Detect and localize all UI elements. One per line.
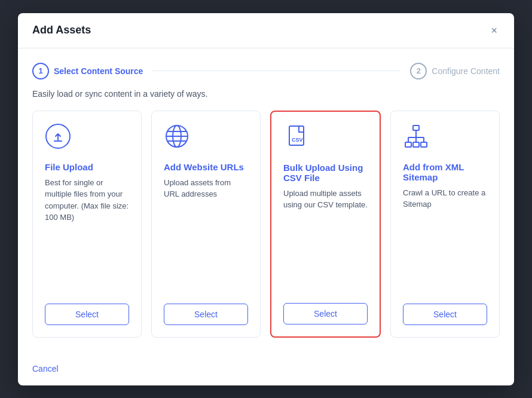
website-urls-icon [164,123,190,155]
card-xml-sitemap: Add from XML Sitemap Crawl a URL to crea… [390,111,500,338]
card-file-upload-select-btn[interactable]: Select [45,304,129,325]
card-website-urls: Add Website URLs Upload assets from URL … [151,111,261,338]
add-assets-modal: Add Assets × 1 Select Content Source 2 C… [18,13,514,385]
modal-header: Add Assets × [18,13,514,48]
card-file-upload-desc: Best for single or multiple files from y… [45,177,129,294]
step-1-label: Select Content Source [54,66,143,76]
card-csv-upload-desc: Upload multiple assets using our CSV tem… [283,188,368,293]
step-2: 2 Configure Content [410,63,500,79]
modal-body: 1 Select Content Source 2 Configure Cont… [18,48,514,352]
card-xml-sitemap-select-btn[interactable]: Select [403,304,487,325]
file-upload-icon [45,123,71,155]
modal-title: Add Assets [32,24,91,36]
svg-rect-9 [405,142,411,147]
step-2-number: 2 [410,63,427,79]
svg-rect-11 [421,142,427,147]
cancel-button[interactable]: Cancel [32,362,59,376]
card-file-upload-title: File Upload [45,162,93,172]
card-csv-upload: CSV Bulk Upload Using CSV File Upload mu… [270,111,381,338]
step-2-label: Configure Content [432,66,500,76]
card-csv-upload-select-btn[interactable]: Select [283,303,368,324]
step-1: 1 Select Content Source [32,63,143,79]
svg-rect-8 [413,125,419,130]
cards-container: File Upload Best for single or multiple … [32,111,500,338]
svg-text:CSV: CSV [292,137,303,143]
card-website-urls-desc: Upload assets from URL addresses [164,177,248,294]
card-xml-sitemap-desc: Crawl a URL to create a Sitemap [403,187,487,294]
card-website-urls-select-btn[interactable]: Select [164,304,248,325]
card-file-upload: File Upload Best for single or multiple … [32,111,142,338]
step-divider [152,71,400,71]
xml-sitemap-icon [403,123,429,155]
steps-bar: 1 Select Content Source 2 Configure Cont… [32,63,500,79]
close-button[interactable]: × [488,23,500,38]
card-csv-upload-title: Bulk Upload Using CSV File [283,163,368,183]
step-1-number: 1 [32,63,49,79]
svg-rect-10 [413,142,419,147]
modal-footer: Cancel [18,352,514,385]
card-xml-sitemap-title: Add from XML Sitemap [403,162,487,182]
card-website-urls-title: Add Website URLs [164,162,244,172]
csv-upload-icon: CSV [283,124,310,155]
subtitle: Easily load or sync content in a variety… [32,89,500,99]
